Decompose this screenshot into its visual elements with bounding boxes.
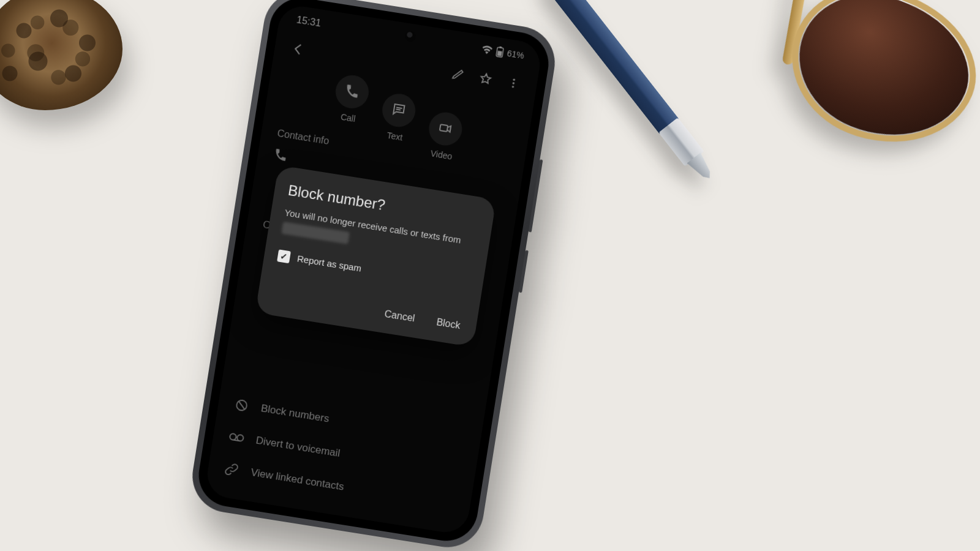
report-spam-label: Report as spam: [296, 253, 362, 274]
block-button[interactable]: Block: [432, 312, 464, 335]
prop-pen: [541, 0, 719, 186]
phone: 15:31 61%: [187, 0, 560, 551]
prop-sunglasses: [747, 0, 980, 207]
report-spam-checkbox[interactable]: ✓ Report as spam: [277, 249, 470, 291]
prop-pinecone: [0, 0, 123, 110]
cancel-button[interactable]: Cancel: [381, 304, 419, 328]
screen: 15:31 61%: [204, 3, 543, 536]
checkbox-checked-icon: ✓: [277, 249, 291, 263]
